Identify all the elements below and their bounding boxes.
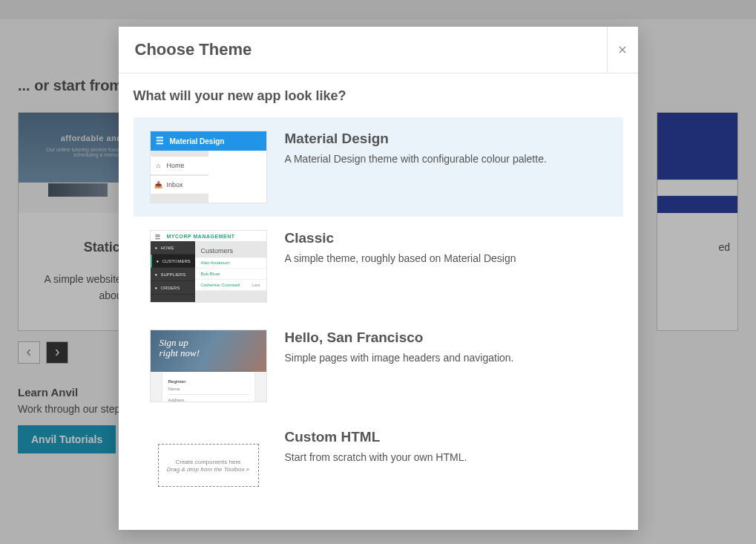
thumb-form-title: Register [168, 379, 249, 384]
theme-desc: A simple theme, roughly based on Materia… [285, 251, 607, 267]
home-icon: ⌂ [151, 162, 167, 169]
thumb-side-item: CUSTOMERS [162, 259, 191, 263]
theme-thumb-hello-sf: Sign up right now! Register Name Address [150, 330, 267, 402]
thumb-side-item: ORDERS [161, 286, 180, 290]
theme-thumb-material-design: ☰ Material Design ⌂ Home 📥 Inbox [150, 131, 267, 203]
thumb-brand: MYCORP MANAGEMENT [167, 234, 235, 239]
thumb-hero-line: Sign up [160, 338, 257, 348]
thumb-app-title: Material Design [170, 137, 225, 145]
suppliers-icon: ● [155, 272, 161, 277]
hamburger-icon: ☰ [155, 234, 161, 240]
orders-icon: ● [155, 286, 161, 290]
theme-option-classic[interactable]: ☰ MYCORP MANAGEMENT ●HOME ●CUSTOMERS ●SU… [134, 217, 623, 316]
modal-subtitle: What will your new app look like? [134, 88, 623, 104]
theme-desc: A Material Design theme with configurabl… [285, 151, 607, 168]
theme-desc: Start from scratch with your own HTML. [285, 450, 607, 466]
thumb-side-item: HOME [161, 246, 174, 250]
theme-option-hello-sf[interactable]: Sign up right now! Register Name Address… [134, 316, 623, 416]
thumb-placeholder-line: Create components here [175, 459, 240, 465]
theme-option-material-design[interactable]: ☰ Material Design ⌂ Home 📥 Inbox Materi [134, 117, 623, 217]
theme-name: Custom HTML [285, 429, 607, 445]
inbox-icon: 📥 [151, 181, 167, 189]
thumb-row: Bob Bluet [201, 272, 220, 276]
thumb-form-label: Address [168, 398, 249, 402]
thumb-nav-item: Home [167, 162, 185, 169]
modal-close-button[interactable] [607, 27, 638, 73]
modal-title: Choose Theme [119, 27, 607, 73]
thumb-row: Alan Anderson [201, 260, 230, 265]
close-icon [618, 45, 627, 54]
theme-thumb-classic: ☰ MYCORP MANAGEMENT ●HOME ●CUSTOMERS ●SU… [150, 230, 267, 303]
thumb-row: Catherine Cromwell [201, 283, 240, 287]
choose-theme-modal: Choose Theme What will your new app look… [119, 27, 638, 530]
theme-thumb-custom-html: Create components here Drag & drop from … [150, 429, 267, 502]
thumb-hero-line: right now! [160, 348, 257, 358]
theme-desc: Simple pages with image headers and navi… [285, 350, 607, 367]
thumb-nav-item: Inbox [167, 181, 183, 189]
theme-option-custom-html[interactable]: Create components here Drag & drop from … [134, 416, 623, 515]
customers-icon: ● [157, 259, 162, 263]
hamburger-icon: ☰ [151, 136, 170, 146]
thumb-form-label: Name [168, 387, 249, 391]
thumb-main-title: Customers [195, 241, 266, 258]
thumb-side-item: SUPPLIERS [161, 272, 186, 277]
home-icon: ● [155, 246, 161, 250]
theme-name: Material Design [285, 131, 607, 147]
theme-name: Classic [285, 230, 607, 246]
modal-header: Choose Theme [119, 27, 638, 73]
theme-name: Hello, San Francisco [285, 330, 607, 346]
thumb-placeholder-line: Drag & drop from the Toolbox » [167, 466, 249, 473]
